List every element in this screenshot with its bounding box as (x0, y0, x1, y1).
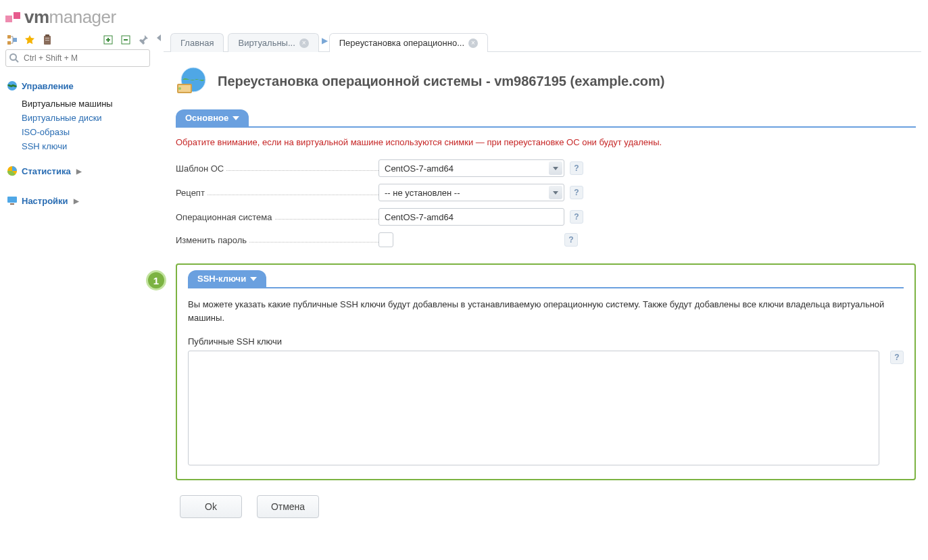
annotation-badge-1: 1 (146, 270, 166, 290)
chevron-down-icon (250, 277, 257, 281)
monitor-icon (7, 195, 18, 206)
nav-item-iso[interactable]: ISO-образы (22, 125, 150, 139)
nav-section-management[interactable]: Управление (5, 76, 150, 95)
dropdown-toggle[interactable] (549, 161, 562, 175)
help-icon[interactable]: ? (570, 186, 583, 199)
ssh-keys-textarea[interactable] (188, 351, 879, 465)
search-icon (9, 53, 20, 63)
nav-section-label: Настройки (22, 196, 68, 206)
help-icon[interactable]: ? (564, 233, 578, 247)
section-chip-label: SSH-ключи (197, 274, 246, 284)
svg-rect-12 (7, 197, 17, 203)
change-password-checkbox[interactable] (378, 232, 393, 247)
recipe-select[interactable] (378, 184, 564, 201)
pie-icon (7, 166, 18, 176)
nav-section-label: Управление (22, 81, 74, 91)
svg-rect-1 (7, 41, 11, 45)
svg-rect-0 (7, 35, 11, 39)
cancel-button[interactable]: Отмена (257, 495, 319, 518)
help-icon[interactable]: ? (570, 161, 583, 175)
section-chip-main[interactable]: Основное (176, 109, 249, 126)
os-label: Операционная система (176, 212, 275, 222)
svg-rect-4 (45, 34, 49, 36)
svg-point-9 (10, 54, 16, 60)
ok-button[interactable]: Ok (180, 495, 242, 518)
tab-label: Главная (180, 38, 214, 48)
recipe-label: Рецепт (176, 188, 207, 198)
tree-icon[interactable] (7, 34, 18, 45)
help-icon[interactable]: ? (890, 351, 904, 364)
svg-rect-6 (45, 40, 49, 41)
section-chip-label: Основное (185, 113, 228, 123)
close-icon[interactable]: × (468, 39, 478, 48)
nav-item-ssh[interactable]: SSH ключи (22, 139, 150, 153)
chevron-right-icon: ▶ (74, 197, 79, 205)
change-password-label: Изменить пароль (176, 235, 249, 245)
ssh-description: Вы можете указать какие публичные SSH кл… (188, 298, 904, 324)
app-logo: vmmanager (5, 7, 925, 28)
dropdown-toggle[interactable] (549, 186, 562, 199)
page-title: Переустановка операционной системы - vm9… (218, 74, 665, 89)
tab-home[interactable]: Главная (170, 33, 224, 52)
nav-section-settings[interactable]: Настройки ▶ (5, 191, 150, 210)
svg-point-18 (178, 87, 181, 90)
ssh-keys-section: SSH-ключи Вы можете указать какие публич… (176, 263, 916, 480)
os-input[interactable] (378, 208, 564, 226)
chevron-right-icon: ▶ (76, 168, 82, 175)
search-input[interactable] (5, 49, 150, 67)
logo-strong: vm (24, 7, 49, 28)
logo-mark-icon (5, 12, 22, 22)
sidebar: Управление Виртуальные машины Виртуальны… (0, 32, 154, 560)
help-icon[interactable]: ? (570, 210, 583, 224)
logo-light: manager (49, 7, 116, 28)
clipboard-icon[interactable] (42, 34, 53, 45)
close-icon[interactable]: × (299, 39, 309, 48)
os-template-label: Шаблон ОС (176, 163, 226, 174)
expand-all-icon[interactable] (103, 34, 114, 45)
nav-section-label: Статистика (22, 166, 71, 176)
breadcrumb-arrow-icon: ▶ (322, 36, 328, 48)
chevron-down-icon (233, 116, 239, 120)
quick-search (5, 49, 150, 67)
svg-rect-2 (13, 38, 17, 42)
nav-item-vms[interactable]: Виртуальные машины (22, 97, 150, 111)
snapshot-warning: Обратите внимание, если на виртуальной м… (176, 137, 916, 147)
svg-rect-5 (45, 38, 49, 39)
tab-vms[interactable]: Виртуальны... × (228, 33, 318, 52)
globe-small-icon (7, 80, 18, 91)
tab-label: Виртуальны... (238, 38, 295, 48)
tab-reinstall[interactable]: Переустановка операционно... × (329, 33, 488, 52)
page-globe-icon (176, 65, 208, 97)
tab-bar: Главная Виртуальны... × ▶ Переустановка … (164, 32, 921, 52)
ssh-field-label: Публичные SSH ключи (188, 336, 904, 347)
star-icon[interactable] (24, 34, 35, 45)
nav-item-vdisks[interactable]: Виртуальные диски (22, 111, 150, 125)
nav-section-statistics[interactable]: Статистика ▶ (5, 161, 150, 180)
collapse-all-icon[interactable] (120, 34, 131, 45)
pin-icon[interactable] (138, 34, 149, 45)
tab-label: Переустановка операционно... (339, 38, 464, 48)
svg-rect-13 (10, 203, 14, 205)
section-chip-ssh[interactable]: SSH-ключи (188, 270, 266, 287)
os-template-select[interactable] (378, 159, 564, 177)
sidebar-collapse-handle[interactable] (154, 32, 164, 560)
